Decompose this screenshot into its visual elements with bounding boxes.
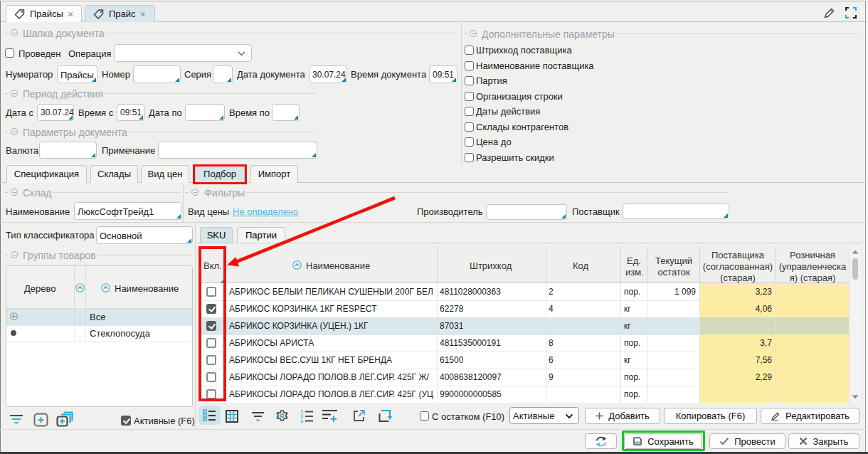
svg-text:3: 3 bbox=[300, 418, 303, 423]
